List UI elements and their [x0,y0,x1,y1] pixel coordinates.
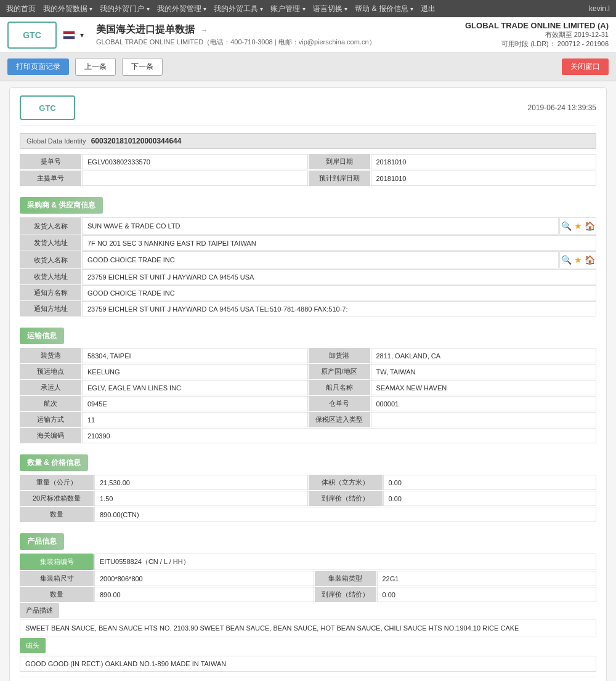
shipper-addr-label: 发货人地址 [20,235,81,251]
next-button[interactable]: 下一条 [122,58,163,76]
prod-size-value: 2000*806*800 [94,571,314,586]
nav-trade-data-arrow: ▾ [89,6,92,12]
notify-name-value: GOOD CHOICE TRADE INC [82,285,596,300]
voyage-row: 航次 0945E 仓单号 000001 [20,396,596,411]
bonded-label: 保税区进入类型 [309,412,370,427]
carrier-label: 承运人 [20,380,81,395]
customs-row: 海关编码 210390 [20,428,596,443]
header-bar: GTC ▾ 美国海关进口提单数据 → GLOBAL TRADE ONLINE L… [0,17,616,53]
nav-language[interactable]: 语言切换 ▾ [313,4,347,14]
carrier-row: 承运人 EGLV, EAGLE VAN LINES INC 船只名称 SEAMA… [20,380,596,395]
master-bill-value [82,171,308,186]
consignee-star-icon[interactable]: ★ [574,255,582,265]
prod-container-row: 集装箱编号 EITU0558824（CN / L / HH） [20,554,596,570]
validity-info: 有效期至 2019-12-31 [465,30,609,39]
arrival-date-label: 到岸日期 [309,154,370,169]
qty-arrival-price-value: 0.00 [383,491,597,506]
identity-label: Global Data Identity [26,137,86,145]
transport-section: 运输信息 装货港 58304, TAIPEI 卸货港 2811, OAKLAND… [20,321,596,443]
vessel-value: SEAMAX NEW HAVEN [371,380,597,395]
product-section: 产品信息 集装箱编号 EITU0558824（CN / L / HH） 集装箱尺… [20,527,596,672]
discharge-port-label: 卸货港 [309,348,370,363]
prod-desc-header: 产品描述 [20,603,596,618]
nav-trade-tools-arrow: ▾ [260,6,263,12]
bill-row: 提单号 EGLV003802333570 到岸日期 20181010 [20,154,596,169]
weight-row: 重量（公斤） 21,530.00 体积（立方米） 0.00 [20,475,596,490]
master-bill-row: 主提单号 预计到岸日期 20181010 [20,171,596,186]
pre-carry-value: KEELUNG [82,364,308,379]
volume-value: 0.00 [383,475,597,490]
precarry-row: 预运地点 KEELUNG 原产国/地区 TW, TAIWAN [20,364,596,379]
voyage-value: 0945E [82,396,308,411]
prod-qty-value: 890.00 [94,587,314,602]
doc-header: GTC 2019-06-24 13:39:35 [20,95,596,126]
nav-trade-portal[interactable]: 我的外贸门户 ▾ [100,4,149,14]
prod-price-value: 0.00 [377,587,597,602]
pre-carry-label: 预运地点 [20,364,81,379]
prod-qty-row: 数量 890.00 到岸价（结价） 0.00 [20,587,596,602]
notify-addr-label: 通知方地址 [20,301,81,316]
consignee-search-icon[interactable]: 🔍 [561,255,572,265]
loading-port-label: 装货港 [20,348,81,363]
bill-no-value: EGLV003802333570 [82,154,308,169]
carrier-value: EGLV, EAGLE VAN LINES INC [82,380,308,395]
notify-addr-value: 23759 EICHLER ST UNIT J HAYWARD CA 94545… [82,301,596,316]
est-arrival-value: 20181010 [371,171,597,186]
arrival-date-value: 20181010 [371,154,597,169]
shipper-home-icon[interactable]: 🏠 [585,221,595,231]
nav-home[interactable]: 我的首页 [6,4,36,14]
shipper-name-value: SUN WAVE & TRADE CO LTD [82,217,559,235]
container20-value: 1.50 [94,491,308,506]
prev-button[interactable]: 上一条 [75,58,116,76]
nav-trade-portal-arrow: ▾ [147,6,150,12]
bill-no-label: 提单号 [20,154,81,169]
username: kevin.l [589,4,610,13]
est-arrival-label: 预计到岸日期 [309,171,370,186]
prod-type-label: 集装箱类型 [315,571,376,586]
quantity-section-header: 数量 & 价格信息 [20,454,88,471]
company-logo: GTC [7,22,57,49]
quantity-section: 数量 & 价格信息 重量（公斤） 21,530.00 体积（立方米） 0.00 … [20,448,596,522]
consignee-addr-value: 23759 EICHLER ST UNIT J HAYWARD CA 94545… [82,269,596,284]
marks-label: 磁头 [20,638,46,653]
consignee-home-icon[interactable]: 🏠 [585,255,595,265]
close-button[interactable]: 关闭窗口 [562,58,609,75]
discharge-port-value: 2811, OAKLAND, CA [371,348,597,363]
shipper-search-icon[interactable]: 🔍 [561,221,572,231]
shipper-name-row: 发货人名称 SUN WAVE & TRADE CO LTD 🔍 ★ 🏠 [20,217,596,235]
nav-logout[interactable]: 退出 [421,4,436,14]
shipper-star-icon[interactable]: ★ [574,221,582,231]
page-title: 美国海关进口提单数据 [96,24,195,34]
vessel-label: 船只名称 [309,380,370,395]
consignee-icons: 🔍 ★ 🏠 [559,251,596,268]
logo-area: GTC [7,22,57,49]
consignee-name-value: GOOD CHOICE TRADE INC [82,251,559,268]
flag-icon [63,31,75,39]
flag-selector[interactable]: ▾ [63,31,84,39]
supplier-section-header: 采购商 & 供应商信息 [20,197,103,214]
prod-type-value: 22G1 [377,571,597,586]
notify-name-row: 通知方名称 GOOD CHOICE TRADE INC [20,285,596,300]
supplier-section: 采购商 & 供应商信息 发货人名称 SUN WAVE & TRADE CO LT… [20,191,596,316]
shipper-addr-row: 发货人地址 7F NO 201 SEC 3 NANKING EAST RD TA… [20,235,596,251]
nav-account[interactable]: 账户管理 ▾ [270,4,305,14]
main-content: GTC 2019-06-24 13:39:35 Global Data Iden… [0,81,616,681]
identity-value: 600320181012000034464​4 [91,137,182,145]
qty-value: 890.00(CTN) [94,507,596,522]
consignee-name-row: 收货人名称 GOOD CHOICE TRADE INC 🔍 ★ 🏠 [20,251,596,268]
nav-trade-tools[interactable]: 我的外贸工具 ▾ [214,4,263,14]
weight-value: 21,530.00 [94,475,308,490]
container20-row: 20尺标准箱数量 1.50 到岸价（结价） 0.00 [20,491,596,506]
shipper-icons: 🔍 ★ 🏠 [559,217,596,235]
doc-footer: 美国海关进口提单数据 1 / 1 600320181012000034464​4 [20,677,596,681]
nav-help-arrow: ▾ [410,6,413,12]
nav-trade-mgmt[interactable]: 我的外贸管理 ▾ [157,4,206,14]
nav-trade-data[interactable]: 我的外贸数据 ▾ [43,4,92,14]
consignee-name-label: 收货人名称 [20,251,81,268]
print-button[interactable]: 打印页面记录 [7,58,69,75]
qty-label: 数量 [20,507,94,522]
nav-help[interactable]: 帮助 & 报价信息 ▾ [355,4,413,14]
top-toolbar: 打印页面记录 上一条 下一条 关闭窗口 [0,53,616,81]
container-no-value: 000001 [371,396,597,411]
ldr-info: 可用时段 (LDR)： 200712 - 201906 [465,39,609,49]
